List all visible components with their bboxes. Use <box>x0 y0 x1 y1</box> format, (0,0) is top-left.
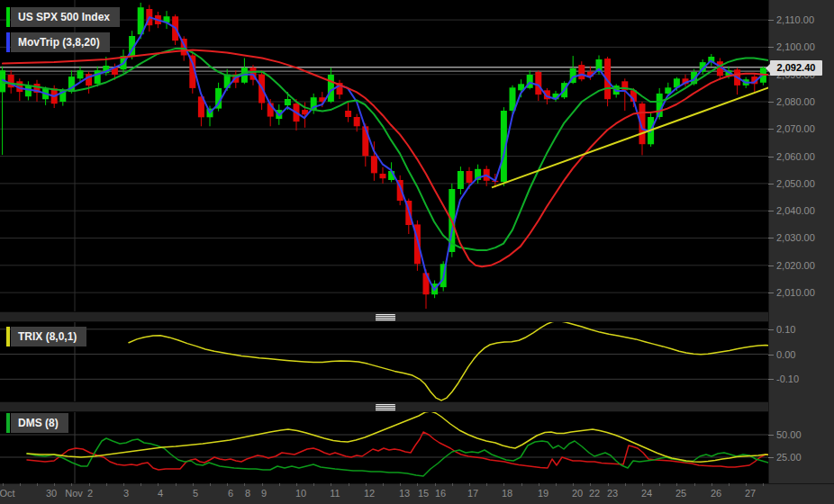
date-label: 17 <box>467 488 478 499</box>
price-tick-label: 2,020.00 <box>776 260 815 271</box>
date-label: 16 <box>435 488 446 499</box>
panel-separator <box>0 401 768 412</box>
time-tick <box>486 483 487 486</box>
time-tick <box>54 483 55 486</box>
time-tick <box>763 483 764 486</box>
time-tick <box>435 483 436 486</box>
candle-down <box>354 117 360 126</box>
date-label: 25 <box>675 488 686 499</box>
axis-tick <box>768 20 774 21</box>
time-tick <box>659 483 660 486</box>
time-tick <box>642 483 643 486</box>
price-tick-label: 2,110.00 <box>776 14 814 25</box>
trix-color-bar <box>6 327 10 346</box>
time-tick <box>176 483 177 486</box>
date-label: 4 <box>158 488 163 499</box>
time-tick <box>349 483 349 486</box>
legend-trix: TRIX (8,0,1) <box>6 327 86 346</box>
candle-down <box>467 171 473 183</box>
date-label: 11 <box>330 488 340 499</box>
time-tick <box>20 483 21 486</box>
time-tick <box>694 483 695 486</box>
time-tick <box>296 483 297 486</box>
candle-down <box>380 174 386 178</box>
trendline[interactable] <box>492 85 768 187</box>
movtrip-indicator-label[interactable]: MovTrip (3,8,20) <box>11 32 110 52</box>
candle-down <box>345 111 351 117</box>
price-tick-label: 2,080.00 <box>776 96 815 107</box>
price-chart-panel[interactable] <box>0 0 768 311</box>
price-tick-label: 2,030.00 <box>776 232 815 243</box>
trix-tick-label: 0.10 <box>776 324 795 335</box>
time-tick <box>37 483 38 486</box>
axis-tick <box>768 355 774 356</box>
dms-indicator-label[interactable]: DMS (8) <box>11 413 68 433</box>
date-label: 13 <box>399 488 410 499</box>
trix-tick-label: -0.10 <box>776 374 799 384</box>
date-label: 22 <box>589 488 600 499</box>
time-tick <box>400 483 401 486</box>
date-label: Nov <box>65 488 83 499</box>
time-tick <box>556 483 557 486</box>
time-tick <box>141 483 141 486</box>
axis-tick <box>768 129 774 130</box>
time-tick <box>383 483 384 486</box>
date-label: 19 <box>538 488 548 499</box>
price-tick-label: 2,010.00 <box>776 287 815 298</box>
candle-up <box>285 99 291 105</box>
axis-tick <box>768 184 774 184</box>
axis-tick <box>768 329 774 330</box>
time-tick <box>539 483 539 486</box>
time-tick <box>417 483 418 486</box>
trix-indicator-label[interactable]: TRIX (8,0,1) <box>11 327 86 346</box>
time-tick <box>331 483 331 486</box>
candle-up <box>95 70 101 84</box>
time-tick <box>210 483 211 486</box>
time-tick <box>590 483 591 486</box>
dms-color-bar <box>6 413 10 433</box>
candle-down <box>578 65 585 79</box>
time-tick <box>676 483 677 486</box>
time-tick <box>746 483 747 486</box>
symbol-color-bar <box>6 7 10 27</box>
time-tick <box>158 483 159 486</box>
legend-symbol: US SPX 500 Index <box>6 7 120 27</box>
time-tick <box>729 483 730 486</box>
time-tick <box>469 483 470 486</box>
panel-resize-handle-icon[interactable] <box>376 314 395 321</box>
date-label: 24 <box>641 488 652 499</box>
time-tick <box>262 483 263 486</box>
time-tick <box>573 483 574 486</box>
date-label: 8 <box>245 488 250 499</box>
time-tick <box>625 483 626 486</box>
time-tick <box>279 483 280 486</box>
legend-movtrip: MovTrip (3,8,20) <box>6 32 110 52</box>
dms-chart-panel[interactable] <box>0 412 768 483</box>
trix-chart-panel[interactable] <box>0 322 768 401</box>
date-label: 9 <box>261 488 267 499</box>
date-label: 15 <box>418 488 429 499</box>
time-tick <box>608 483 609 486</box>
last-price-badge: 2,092.40 <box>770 60 822 76</box>
movtrip-mid-line <box>3 49 768 250</box>
time-tick <box>227 483 228 486</box>
candle-up <box>25 86 32 96</box>
axis-tick <box>768 435 774 436</box>
time-tick <box>193 483 194 486</box>
axis-tick <box>768 102 774 103</box>
time-tick <box>244 483 245 486</box>
charting-app: US SPX 500 Index MovTrip (3,8,20) TRIX (… <box>0 0 834 504</box>
panel-resize-handle-icon[interactable] <box>376 404 395 411</box>
axis-tick <box>768 157 774 158</box>
date-label: Oct <box>0 488 15 499</box>
symbol-label[interactable]: US SPX 500 Index <box>11 7 120 27</box>
date-label: 10 <box>295 488 306 499</box>
time-tick <box>123 483 124 486</box>
time-tick <box>3 483 4 486</box>
date-label: 27 <box>745 488 756 499</box>
date-label: 26 <box>711 488 721 499</box>
trix-line <box>129 322 768 400</box>
axis-tick <box>768 211 774 212</box>
date-label: 23 <box>607 488 618 499</box>
date-label: 3 <box>123 488 129 499</box>
